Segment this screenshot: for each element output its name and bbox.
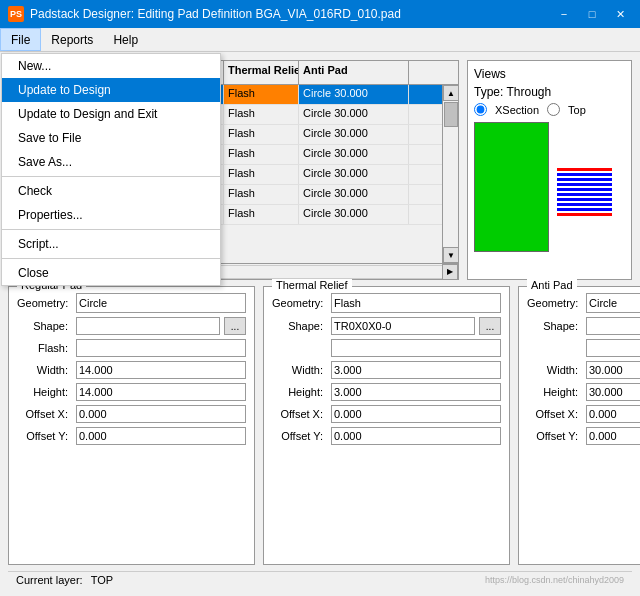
menu-help[interactable]: Help [103, 28, 148, 51]
geometry-select-antipad[interactable]: Circle [586, 293, 640, 313]
scroll-right-button[interactable]: ▶ [442, 264, 458, 280]
menu-update[interactable]: Update to Design [2, 78, 220, 102]
cell-antipad: Circle 30.000 [299, 165, 409, 184]
menu-properties[interactable]: Properties... [2, 203, 220, 227]
separator-1 [2, 176, 220, 177]
anti-pad-legend: Anti Pad [527, 279, 577, 291]
line-blue-8 [557, 208, 612, 211]
watermark: https://blog.csdn.net/chinahyd2009 [485, 575, 624, 585]
shape-input-antipad[interactable] [586, 317, 640, 335]
xsection-radio[interactable] [474, 103, 487, 116]
offsetx-input-regular[interactable] [76, 405, 246, 423]
height-input-regular[interactable] [76, 383, 246, 401]
offsety-input-antipad[interactable] [586, 427, 640, 445]
views-title: Views [474, 67, 625, 81]
cell-thermal: Flash [224, 145, 299, 164]
height-label-regular: Height: [17, 386, 72, 398]
width-input-antipad[interactable] [586, 361, 640, 379]
line-blue-7 [557, 203, 612, 206]
app-icon: PS [8, 6, 24, 22]
menu-update-exit[interactable]: Update to Design and Exit [2, 102, 220, 126]
maximize-button[interactable]: □ [580, 4, 604, 24]
geometry-row-antipad: Geometry: Circle [527, 293, 640, 313]
line-blue-5 [557, 193, 612, 196]
flash-input-antipad[interactable] [586, 339, 640, 357]
scroll-thumb[interactable] [444, 102, 458, 127]
geometry-row-regular: Geometry: Circle [17, 293, 246, 313]
shape-input-regular[interactable] [76, 317, 220, 335]
menu-close[interactable]: Close [2, 261, 220, 285]
width-row-regular: Width: [17, 361, 246, 379]
menu-script[interactable]: Script... [2, 232, 220, 256]
close-button[interactable]: ✕ [608, 4, 632, 24]
offsetx-label-thermal: Offset X: [272, 408, 327, 420]
current-layer-label: Current layer: [16, 574, 83, 586]
top-radio[interactable] [547, 103, 560, 116]
width-input-regular[interactable] [76, 361, 246, 379]
offsety-label-thermal: Offset Y: [272, 430, 327, 442]
current-layer-value: TOP [91, 574, 113, 586]
cell-antipad: Circle 30.000 [299, 85, 409, 104]
offsety-input-regular[interactable] [76, 427, 246, 445]
shape-browse-thermal[interactable]: ... [479, 317, 501, 335]
offsetx-label-antipad: Offset X: [527, 408, 582, 420]
offsety-label-antipad: Offset Y: [527, 430, 582, 442]
width-row-thermal: Width: [272, 361, 501, 379]
flash-row-thermal [272, 339, 501, 357]
line-blue-1 [557, 173, 612, 176]
cell-thermal: Flash [224, 205, 299, 224]
pad-cross-section [474, 122, 549, 252]
offsety-input-thermal[interactable] [331, 427, 501, 445]
menu-file[interactable]: File New... Update to Design Update to D… [0, 28, 41, 51]
menu-check[interactable]: Check [2, 179, 220, 203]
separator-3 [2, 258, 220, 259]
shape-row-regular: Shape: ... [17, 317, 246, 335]
offsetx-label-regular: Offset X: [17, 408, 72, 420]
height-input-antipad[interactable] [586, 383, 640, 401]
cell-thermal: Flash [224, 125, 299, 144]
minimize-button[interactable]: − [552, 4, 576, 24]
anti-pad-group: Anti Pad Geometry: Circle Shape: ... [518, 286, 640, 565]
flash-row-antipad [527, 339, 640, 357]
vertical-scrollbar[interactable]: ▲ ▼ [442, 85, 458, 263]
width-label-thermal: Width: [272, 364, 327, 376]
col-thermal-header: Thermal Relief [224, 61, 299, 84]
shape-input-thermal[interactable] [331, 317, 475, 335]
menu-save-as[interactable]: Save As... [2, 150, 220, 174]
width-input-thermal[interactable] [331, 361, 501, 379]
shape-browse-regular[interactable]: ... [224, 317, 246, 335]
offsetx-input-thermal[interactable] [331, 405, 501, 423]
offsetx-input-antipad[interactable] [586, 405, 640, 423]
menu-new[interactable]: New... [2, 54, 220, 78]
flash-input-thermal[interactable] [331, 339, 501, 357]
geometry-select-thermal[interactable]: Flash [331, 293, 501, 313]
flash-input-regular[interactable] [76, 339, 246, 357]
width-label-regular: Width: [17, 364, 72, 376]
scroll-down-button[interactable]: ▼ [443, 247, 458, 263]
line-blue-6 [557, 198, 612, 201]
width-row-antipad: Width: [527, 361, 640, 379]
height-input-thermal[interactable] [331, 383, 501, 401]
bottom-bar: Current layer: TOP https://blog.csdn.net… [8, 571, 632, 588]
height-row-antipad: Height: [527, 383, 640, 401]
menu-save[interactable]: Save to File [2, 126, 220, 150]
geometry-select-regular[interactable]: Circle [76, 293, 246, 313]
offsety-row-antipad: Offset Y: [527, 427, 640, 445]
menu-reports[interactable]: Reports [41, 28, 103, 51]
cell-antipad: Circle 30.000 [299, 205, 409, 224]
window-controls: − □ ✕ [552, 4, 632, 24]
views-panel: Views Type: Through XSection Top [467, 60, 632, 280]
cell-antipad: Circle 30.000 [299, 125, 409, 144]
line-blue-4 [557, 188, 612, 191]
geometry-select-wrapper-regular: Circle [76, 293, 246, 313]
lines-view [553, 122, 616, 262]
geometry-label-thermal: Geometry: [272, 297, 327, 309]
views-display [474, 122, 625, 262]
scrollbar-spacer [409, 61, 425, 84]
offsetx-row-antipad: Offset X: [527, 405, 640, 423]
views-radio-group: XSection Top [474, 103, 625, 116]
offsetx-row-regular: Offset X: [17, 405, 246, 423]
regular-pad-group: Regular Pad Geometry: Circle Shape: ... … [8, 286, 255, 565]
scroll-up-button[interactable]: ▲ [443, 85, 458, 101]
cell-thermal: Flash [224, 165, 299, 184]
